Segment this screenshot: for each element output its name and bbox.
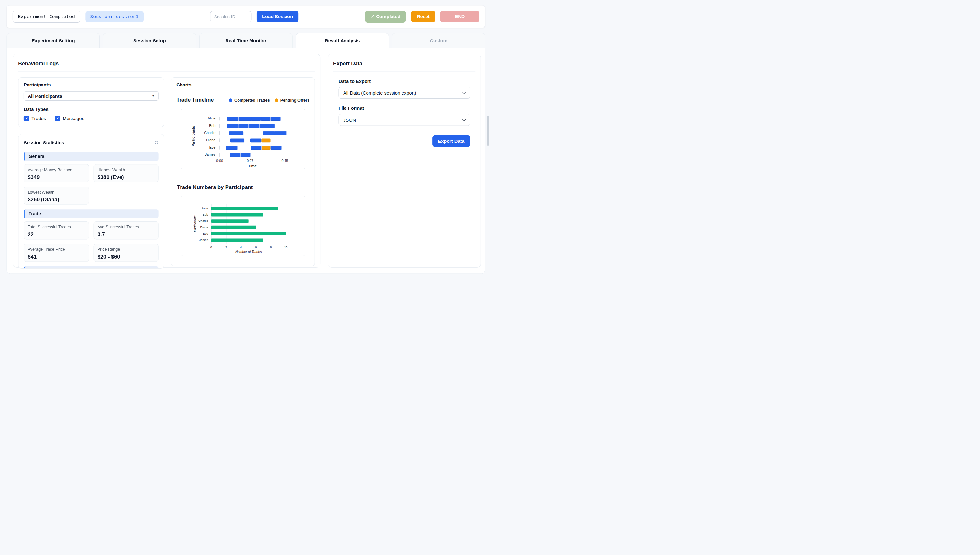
timeline-segment-completed xyxy=(251,117,261,121)
timeline-segment-completed xyxy=(251,145,262,149)
timeline-tick-mark xyxy=(219,124,219,128)
refresh-icon[interactable] xyxy=(154,140,159,145)
charts-card: Charts Trade Timeline Completed Trades P… xyxy=(171,77,315,266)
bar-participant-label: James xyxy=(181,238,208,242)
bar-xtick-label: 6 xyxy=(253,245,259,249)
tab-custom[interactable]: Custom xyxy=(392,33,486,48)
timeline-segment-completed xyxy=(271,117,281,121)
stat-avg-successful-trades: Avg Successful Trades 3.7 xyxy=(93,221,159,239)
timeline-segment-completed xyxy=(263,131,275,135)
main-content-card: Behavioral Logs Participants All Partici… xyxy=(6,48,485,274)
timeline-participant-label: Alice xyxy=(181,117,215,120)
stats-section-partial xyxy=(24,266,159,269)
bar-participant-label: Diana xyxy=(181,225,208,229)
tab-real-time-monitor[interactable]: Real-Time Monitor xyxy=(199,33,293,48)
bar-xtick-label: 8 xyxy=(267,245,274,249)
scrollbar-thumb[interactable] xyxy=(487,116,489,146)
bar-xtick-label: 4 xyxy=(238,245,245,249)
bar-xtick-label: 2 xyxy=(223,245,229,249)
timeline-segment-completed xyxy=(230,138,245,143)
timeline-xtick-label: 0:07 xyxy=(242,159,257,163)
timeline-segment-completed xyxy=(270,145,282,149)
timeline-segment-completed xyxy=(250,138,262,143)
timeline-tick-mark xyxy=(219,139,219,143)
bar-grid-line xyxy=(286,204,286,244)
chevron-down-icon xyxy=(462,117,466,121)
timeline-segment-completed xyxy=(229,131,243,135)
export-data-title: Export Data xyxy=(333,59,475,72)
data-to-export-value: All Data (Complete session export) xyxy=(343,90,416,96)
messages-checkbox[interactable]: ✓ Messages xyxy=(55,116,84,122)
bar-participant-label: Bob xyxy=(181,213,208,216)
completed-trades-dot-icon xyxy=(229,98,233,102)
stat-lowest-wealth: Lowest Wealth $260 (Diana) xyxy=(24,186,89,204)
completed-status-button[interactable]: ✓ Completed xyxy=(365,11,406,22)
bar-xtick-label: 0 xyxy=(208,245,214,249)
stat-average-trade-price: Average Trade Price $41 xyxy=(24,244,89,261)
data-to-export-select[interactable]: All Data (Complete session export) xyxy=(339,87,470,99)
timeline-segment-completed xyxy=(226,145,238,149)
trade-count-bar xyxy=(211,238,264,242)
stat-average-money-balance: Average Money Balance $349 xyxy=(24,164,89,182)
messages-checkbox-label: Messages xyxy=(63,116,84,122)
session-id-input[interactable] xyxy=(210,11,251,22)
stats-section-trade: Trade xyxy=(24,209,159,218)
trade-count-bar xyxy=(211,226,256,229)
data-to-export-label: Data to Export xyxy=(339,79,470,84)
caret-down-icon: ▼ xyxy=(152,95,154,98)
scrollbar-track[interactable] xyxy=(486,0,490,278)
timeline-segment-completed xyxy=(259,124,275,128)
timeline-tick-mark xyxy=(219,153,219,157)
legend-completed-trades: Completed Trades xyxy=(229,98,270,103)
tab-result-analysis[interactable]: Result Analysis xyxy=(296,33,389,48)
tab-experiment-setting[interactable]: Experiment Setting xyxy=(6,33,100,48)
trade-count-bar xyxy=(211,207,278,210)
timeline-xtick-label: 0:15 xyxy=(277,159,293,163)
participants-title: Participants xyxy=(24,82,159,88)
tab-session-setup[interactable]: Session Setup xyxy=(103,33,196,48)
participants-select[interactable]: All Participants ▼ xyxy=(24,91,159,101)
timeline-segment-completed xyxy=(261,117,271,121)
behavioral-logs-panel: Behavioral Logs Participants All Partici… xyxy=(13,54,320,268)
timeline-tick-mark xyxy=(219,117,219,121)
timeline-tick-mark xyxy=(219,146,219,149)
timeline-participant-label: Diana xyxy=(181,138,215,142)
load-session-button[interactable]: Load Session xyxy=(257,11,299,22)
stats-section-general: General xyxy=(24,152,159,160)
trade-count-bar xyxy=(211,213,264,217)
reset-button[interactable]: Reset xyxy=(411,11,436,22)
checkbox-checked-icon: ✓ xyxy=(24,116,29,122)
session-badge: Session: session1 xyxy=(85,11,143,22)
page: Experiment Completed Session: session1 L… xyxy=(0,0,490,278)
timeline-tick-mark xyxy=(219,131,219,135)
bar-participant-label: Alice xyxy=(181,206,208,210)
timeline-participant-label: Eve xyxy=(181,145,215,149)
file-format-select[interactable]: JSON xyxy=(339,114,470,126)
header-bar: Experiment Completed Session: session1 L… xyxy=(6,5,485,28)
timeline-segment-completed xyxy=(275,131,287,135)
export-data-panel: Export Data Data to Export All Data (Com… xyxy=(328,54,481,268)
trades-checkbox[interactable]: ✓ Trades xyxy=(24,116,46,122)
session-statistics-card: Session Statistics General xyxy=(18,134,164,269)
timeline-segment-completed xyxy=(230,153,241,157)
bar-participant-label: Eve xyxy=(181,232,208,236)
timeline-participant-label: James xyxy=(181,152,215,156)
trade-numbers-title: Trade Numbers by Participant xyxy=(177,184,309,190)
timeline-segment-completed xyxy=(239,117,251,121)
end-button[interactable]: END xyxy=(441,11,479,22)
bar-xtick-label: 10 xyxy=(282,245,289,249)
experiment-status-badge: Experiment Completed xyxy=(13,11,80,22)
trade-count-bar xyxy=(211,232,286,236)
timeline-xtick-label: 0:00 xyxy=(212,159,227,163)
bar-grid-line xyxy=(271,204,271,244)
trade-timeline-title: Trade Timeline xyxy=(176,97,214,103)
checkbox-checked-icon: ✓ xyxy=(55,116,60,122)
participants-select-value: All Participants xyxy=(28,93,62,99)
file-format-value: JSON xyxy=(343,117,356,123)
timeline-segment-completed xyxy=(249,124,260,128)
export-data-button[interactable]: Export Data xyxy=(432,135,470,147)
charts-title: Charts xyxy=(176,82,309,88)
timeline-segment-completed xyxy=(227,124,238,128)
trade-timeline-chart: Participants Time AliceBobCharlieDianaEv… xyxy=(181,109,305,169)
data-types-label: Data Types xyxy=(24,106,159,112)
